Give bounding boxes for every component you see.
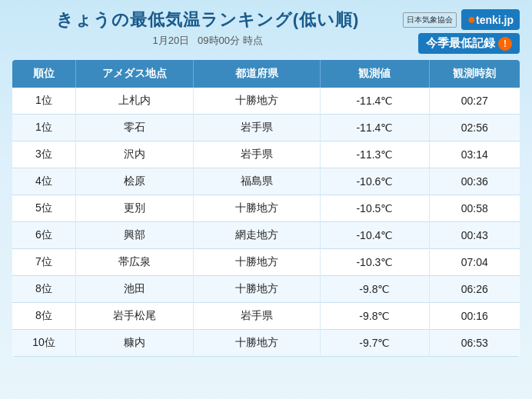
cell-prefecture: 十勝地方 bbox=[194, 276, 321, 303]
cell-station: 更別 bbox=[76, 195, 194, 222]
cell-temp: -11.4℃ bbox=[321, 88, 429, 115]
cell-prefecture: 福島県 bbox=[194, 168, 321, 195]
table-row: 8位岩手松尾岩手県-9.8℃00:16 bbox=[12, 303, 520, 330]
col-header-time: 観測時刻 bbox=[429, 60, 520, 88]
cell-rank: 8位 bbox=[12, 303, 76, 330]
cell-station: 上札内 bbox=[76, 88, 194, 115]
cell-rank: 1位 bbox=[12, 115, 76, 141]
cell-prefecture: 岩手県 bbox=[194, 303, 321, 330]
cell-time: 00:16 bbox=[429, 303, 520, 330]
cell-time: 06:53 bbox=[429, 330, 520, 357]
table-row: 3位沢内岩手県-11.3℃03:14 bbox=[12, 141, 520, 168]
cell-time: 07:04 bbox=[429, 249, 520, 276]
cell-temp: -10.3℃ bbox=[321, 249, 429, 276]
col-header-rank: 順位 bbox=[12, 60, 76, 88]
cell-prefecture: 十勝地方 bbox=[194, 249, 321, 276]
cell-temp: -9.8℃ bbox=[321, 276, 429, 303]
col-header-station: アメダス地点 bbox=[76, 60, 194, 88]
table-row: 1位零石岩手県-11.4℃02:56 bbox=[12, 115, 520, 141]
cell-rank: 3位 bbox=[12, 141, 76, 168]
main-title: きょうの最低気温ランキング(低い順) bbox=[12, 9, 403, 32]
cell-time: 00:58 bbox=[429, 195, 520, 222]
cell-rank: 4位 bbox=[12, 168, 76, 195]
cell-station: 桧原 bbox=[76, 168, 194, 195]
cell-time: 06:26 bbox=[429, 276, 520, 303]
cell-prefecture: 十勝地方 bbox=[194, 330, 321, 357]
cell-prefecture: 十勝地方 bbox=[194, 88, 321, 115]
subtitle: 1月20日 09時00分 時点 bbox=[12, 34, 403, 48]
table-row: 6位興部網走地方-10.4℃00:43 bbox=[12, 222, 520, 249]
cell-time: 03:14 bbox=[429, 141, 520, 168]
logo-top: 日本気象協会 ● tenki.jp bbox=[403, 9, 520, 30]
season-record-label: 今季最低記録 bbox=[426, 36, 495, 51]
cell-time: 02:56 bbox=[429, 115, 520, 141]
table-row: 4位桧原福島県-10.6℃00:36 bbox=[12, 168, 520, 195]
cell-rank: 5位 bbox=[12, 195, 76, 222]
cell-station: 興部 bbox=[76, 222, 194, 249]
cell-station: 沢内 bbox=[76, 141, 194, 168]
col-header-prefecture: 都道府県 bbox=[194, 60, 321, 88]
title-area: きょうの最低気温ランキング(低い順) 1月20日 09時00分 時点 bbox=[12, 9, 403, 48]
cell-station: 池田 bbox=[76, 276, 194, 303]
subtitle-suffix: 時点 bbox=[243, 35, 263, 46]
table-row: 1位上札内十勝地方-11.4℃00:27 bbox=[12, 88, 520, 115]
season-badge: 今季最低記録 ! bbox=[418, 33, 520, 54]
table-row: 7位帯広泉十勝地方-10.3℃07:04 bbox=[12, 249, 520, 276]
table-header-row: 順位 アメダス地点 都道府県 観測値 観測時刻 bbox=[12, 60, 520, 88]
cell-temp: -9.8℃ bbox=[321, 303, 429, 330]
cell-prefecture: 網走地方 bbox=[194, 222, 321, 249]
cell-rank: 6位 bbox=[12, 222, 76, 249]
jma-logo: 日本気象協会 bbox=[403, 12, 457, 28]
cell-station: 零石 bbox=[76, 115, 194, 141]
cell-temp: -10.6℃ bbox=[321, 168, 429, 195]
cell-temp: -11.3℃ bbox=[321, 141, 429, 168]
cell-temp: -11.4℃ bbox=[321, 115, 429, 141]
cell-rank: 1位 bbox=[12, 88, 76, 115]
main-container: きょうの最低気温ランキング(低い順) 1月20日 09時00分 時点 日本気象協… bbox=[0, 0, 532, 399]
cell-rank: 8位 bbox=[12, 276, 76, 303]
cell-rank: 10位 bbox=[12, 330, 76, 357]
table-row: 10位糠内十勝地方-9.7℃06:53 bbox=[12, 330, 520, 357]
table-row: 8位池田十勝地方-9.8℃06:26 bbox=[12, 276, 520, 303]
tenki-label: tenki.jp bbox=[476, 14, 514, 26]
cell-rank: 7位 bbox=[12, 249, 76, 276]
cell-prefecture: 十勝地方 bbox=[194, 195, 321, 222]
cell-time: 00:43 bbox=[429, 222, 520, 249]
cell-station: 帯広泉 bbox=[76, 249, 194, 276]
cell-temp: -9.7℃ bbox=[321, 330, 429, 357]
ranking-table: 順位 アメダス地点 都道府県 観測値 観測時刻 1位上札内十勝地方-11.4℃0… bbox=[12, 60, 520, 357]
cell-prefecture: 岩手県 bbox=[194, 115, 321, 141]
tenki-logo: ● tenki.jp bbox=[461, 9, 520, 30]
cell-time: 00:27 bbox=[429, 88, 520, 115]
subtitle-date: 1月20日 bbox=[153, 35, 190, 46]
cell-prefecture: 岩手県 bbox=[194, 141, 321, 168]
tenki-dot: ● bbox=[467, 12, 476, 28]
cell-station: 岩手松尾 bbox=[76, 303, 194, 330]
cell-temp: -10.5℃ bbox=[321, 195, 429, 222]
cell-station: 糠内 bbox=[76, 330, 194, 357]
cell-time: 00:36 bbox=[429, 168, 520, 195]
col-header-temp: 観測値 bbox=[321, 60, 429, 88]
exclamation-icon: ! bbox=[498, 37, 512, 51]
table-row: 5位更別十勝地方-10.5℃00:58 bbox=[12, 195, 520, 222]
cell-temp: -10.4℃ bbox=[321, 222, 429, 249]
header: きょうの最低気温ランキング(低い順) 1月20日 09時00分 時点 日本気象協… bbox=[12, 9, 520, 54]
subtitle-time: 09時00分 bbox=[198, 35, 240, 46]
logo-area: 日本気象協会 ● tenki.jp 今季最低記録 ! bbox=[403, 9, 520, 54]
